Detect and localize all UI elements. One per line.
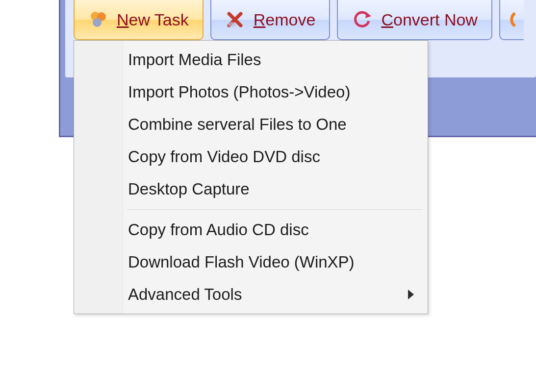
menu-item-label: Copy from Audio CD disc	[128, 220, 309, 239]
remove-button[interactable]: Remove	[210, 0, 331, 40]
toolbar-buttons: New Task Remove Convert Now	[74, 0, 536, 40]
svg-marker-6	[365, 12, 371, 18]
menu-copy-audio-cd[interactable]: Copy from Audio CD disc	[74, 214, 428, 246]
menu-item-label: Advanced Tools	[128, 285, 242, 304]
new-task-button[interactable]: New Task	[74, 0, 204, 40]
menu-advanced-tools[interactable]: Advanced Tools	[74, 278, 428, 311]
menu-item-label: Copy from Video DVD disc	[128, 147, 320, 166]
svg-point-2	[93, 18, 102, 27]
new-task-dropdown: Import Media Files Import Photos (Photos…	[74, 40, 428, 314]
menu-download-flash-video[interactable]: Download Flash Video (WinXP)	[74, 246, 428, 278]
menu-import-media-files[interactable]: Import Media Files	[74, 44, 428, 76]
menu-item-label: Desktop Capture	[128, 180, 250, 198]
menu-item-label: Combine serveral Files to One	[128, 115, 347, 134]
menu-item-label: Import Media Files	[128, 50, 261, 69]
submenu-arrow-icon	[408, 290, 414, 299]
menu-import-photos[interactable]: Import Photos (Photos->Video)	[74, 76, 428, 108]
remove-label: Remove	[254, 10, 316, 29]
svg-point-5	[228, 22, 236, 27]
convert-now-button[interactable]: Convert Now	[337, 0, 492, 40]
partial-icon	[509, 9, 524, 30]
menu-copy-video-dvd[interactable]: Copy from Video DVD disc	[74, 141, 428, 173]
menu-item-label: Download Flash Video (WinXP)	[128, 253, 355, 271]
new-task-icon	[88, 10, 108, 29]
convert-label: Convert Now	[381, 10, 478, 29]
remove-icon	[225, 10, 245, 29]
menu-combine-files[interactable]: Combine serveral Files to One	[74, 108, 428, 141]
menu-desktop-capture[interactable]: Desktop Capture	[74, 173, 428, 205]
menu-separator	[127, 209, 423, 210]
menu-item-label: Import Photos (Photos->Video)	[128, 83, 350, 101]
toolbar-button-partial[interactable]	[499, 0, 524, 40]
new-task-label: New Task	[117, 10, 189, 29]
convert-icon	[352, 9, 372, 30]
